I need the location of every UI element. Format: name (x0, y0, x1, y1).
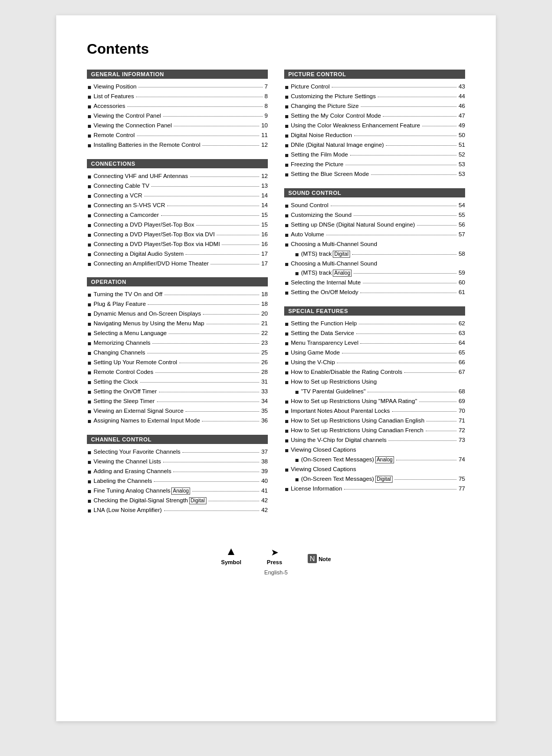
toc-item: Navigating Menus by Using the Menu Map21 (87, 319, 268, 328)
toc-label: (MTS) track (301, 249, 332, 259)
toc-text: Using the V-Chip for Digital channels73 (291, 435, 465, 445)
toc-dots (392, 411, 457, 412)
toc-dots (169, 333, 259, 334)
toc-text: Using Game Mode65 (291, 348, 465, 358)
footer-symbols: ▲ Symbol ➤ Press N Note (87, 545, 465, 565)
toc-label: Setting the Blue Screen Mode (291, 169, 369, 179)
toc-page: 77 (458, 484, 465, 494)
toc-dots (342, 353, 456, 353)
toc-label: Selecting the Internal Mute (291, 278, 361, 287)
toc-label: Connecting a Camcorder (94, 210, 159, 220)
bullet-icon (285, 263, 288, 266)
toc-page: 44 (458, 92, 465, 101)
toc-dots (152, 343, 259, 344)
bullet-icon (88, 490, 91, 493)
bullet-icon (285, 96, 288, 99)
bullet-icon (295, 253, 298, 256)
toc-page: 36 (261, 416, 268, 426)
bullet-icon (285, 214, 288, 217)
toc-text: Viewing the Channel Lists38 (94, 457, 268, 466)
section-general-information: GENERAL INFORMATIONViewing Position7List… (87, 70, 268, 150)
toc-label: How to Enable/Disable the Rating Control… (291, 367, 402, 377)
toc-text: Setting the Blue Screen Mode53 (291, 169, 465, 179)
toc-text: Remote Control11 (94, 130, 268, 140)
toc-item: Connecting VHF and UHF Antennas12 (87, 171, 268, 181)
toc-page: 62 (458, 319, 465, 328)
toc-text: Connecting a Digital Audio System17 (94, 249, 268, 259)
toc-dots (137, 136, 260, 136)
toc-item: Viewing an External Signal Source35 (87, 406, 268, 416)
toc-dots (426, 421, 456, 421)
toc-text: How to Enable/Disable the Rating Control… (291, 367, 465, 377)
toc-item: Selecting the Internal Mute60 (284, 278, 465, 287)
toc-text: Connecting a DVD Player/Set-Top Box via … (94, 239, 268, 249)
toc-dots (173, 472, 259, 472)
note-item: N Note (308, 554, 331, 565)
toc-text: Picture Control43 (291, 82, 465, 92)
toc-text: Viewing the Connection Panel10 (94, 121, 268, 130)
toc-page: 57 (458, 230, 465, 239)
bullet-icon (295, 391, 298, 394)
toc-item: List of Features8 (87, 92, 268, 101)
toc-text: Customizing the Picture Settings44 (291, 92, 465, 101)
toc-page: 70 (458, 406, 465, 416)
toc-text: License Information77 (291, 484, 465, 494)
toc-item: Setting up DNSe (Digital Natural Sound e… (284, 220, 465, 230)
toc-dots (378, 97, 456, 97)
toc-item: Using the V-Chip66 (284, 358, 465, 367)
bullet-icon (88, 263, 91, 266)
toc-label: How to Set up Restrictions Using (291, 377, 377, 387)
toc-label: Installing Batteries in the Remote Contr… (94, 140, 200, 150)
toc-page: 74 (458, 455, 465, 464)
press-label: Press (267, 559, 282, 565)
bullet-icon (88, 144, 91, 147)
toc-page: 10 (261, 121, 268, 130)
toc-item: Menu Transparency Level64 (284, 338, 465, 348)
bullet-icon (285, 362, 288, 365)
toc-dots (371, 174, 456, 175)
toc-text: (MTS) trackAnalog59 (301, 268, 465, 278)
toc-item: Freezing the Picture53 (284, 160, 465, 169)
toc-item: Installing Batteries in the Remote Contr… (87, 140, 268, 150)
toc-dots (354, 273, 456, 274)
toc-item: Changing the Picture Size46 (284, 101, 465, 111)
toc-label: Setting the Film Mode (291, 150, 348, 160)
toc-page: 66 (458, 358, 465, 367)
toc-text: (On-Screen Text Messages)Digital75 (301, 474, 465, 484)
toc-page: 42 (261, 505, 268, 515)
section-sound-control: SOUND CONTROLSound Control54Customizing … (284, 188, 465, 298)
section-picture-control: PICTURE CONTROLPicture Control43Customiz… (284, 70, 465, 179)
badge: Analog (375, 456, 394, 463)
toc-label: Connecting a Digital Audio System (94, 249, 183, 259)
toc-label: DNIe (Digital Natural Image engine) (291, 140, 384, 150)
bullet-icon (88, 323, 91, 326)
toc-dots (386, 145, 456, 146)
toc-text: How to Set up Restrictions Using "MPAA R… (291, 396, 465, 406)
toc-page: 11 (261, 130, 268, 140)
toc-item: (On-Screen Text Messages)Digital75 (284, 474, 465, 484)
toc-item: Setting the On/Off Melody61 (284, 287, 465, 297)
bullet-icon (88, 332, 91, 336)
toc-label: Using the Color Weakness Enhancement Fea… (291, 121, 420, 130)
toc-text: Customizing the Sound55 (291, 210, 465, 220)
bullet-icon (88, 224, 91, 227)
toc-label: Adding and Erasing Channels (94, 466, 171, 476)
toc-item: Checking the Digital-Signal StrengthDigi… (87, 496, 268, 505)
toc-page: 51 (458, 140, 465, 150)
toc-item: Choosing a Multi-Channel Sound (284, 239, 465, 249)
toc-dots (147, 353, 259, 353)
bullet-icon (88, 135, 91, 138)
toc-text: Selecting a Menu Language22 (94, 328, 268, 338)
bullet-icon (285, 86, 288, 89)
toc-item: Connecting a VCR14 (87, 191, 268, 201)
toc-text: List of Features8 (94, 92, 268, 101)
toc-page: 49 (458, 121, 465, 130)
toc-page: 12 (261, 171, 268, 181)
toc-label: License Information (291, 484, 342, 494)
badge: Analog (171, 487, 190, 495)
bullet-icon (285, 430, 288, 433)
toc-item: Accessories8 (87, 101, 268, 111)
section-operation: OPERATIONTurning the TV On and Off18Plug… (87, 277, 268, 426)
toc-dots (167, 206, 259, 206)
toc-dots (326, 235, 456, 235)
